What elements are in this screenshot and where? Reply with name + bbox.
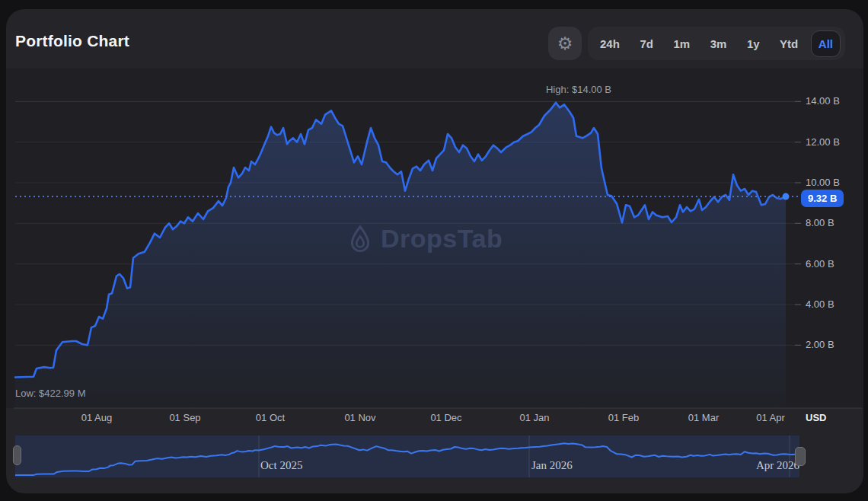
page-title: Portfolio Chart — [15, 32, 129, 50]
minimap-left-handle[interactable] — [13, 445, 21, 465]
x-axis-label-01-jan: 01 Jan — [504, 412, 565, 423]
area-fill — [15, 103, 786, 408]
minimap-label-oct-2025: Oct 2025 — [260, 459, 302, 472]
x-axis-label-01-mar: 01 Mar — [673, 412, 734, 423]
y-axis-label-8b: 8.00 B — [806, 217, 859, 228]
portfolio-chart-page: Portfolio Chart ⚙ 24h7d1m3m1yYtdAll High… — [0, 0, 868, 501]
y-axis-label-10b: 10.00 B — [806, 177, 859, 188]
portfolio-line-chart[interactable] — [0, 0, 868, 501]
minimap-label-apr-2026: Apr 2026 — [739, 459, 799, 472]
range-button-1y[interactable]: 1y — [739, 30, 767, 57]
y-axis-label-6b: 6.00 B — [806, 258, 859, 270]
x-axis-label-01-sep: 01 Sep — [155, 412, 215, 423]
low-annotation: Low: $422.99 M — [15, 388, 86, 399]
x-axis-label-01-nov: 01 Nov — [330, 412, 391, 423]
y-axis-label-12b: 12.00 B — [806, 136, 859, 148]
range-button-1m[interactable]: 1m — [665, 30, 697, 57]
y-axis-label-4b: 4.00 B — [806, 298, 859, 310]
x-axis-label-01-dec: 01 Dec — [416, 412, 477, 423]
x-axis-label-01-apr: 01 Apr — [740, 412, 801, 423]
time-range-selector: 24h7d1m3m1yYtdAll — [588, 27, 845, 60]
range-button-ytd[interactable]: Ytd — [772, 30, 806, 57]
last-point-marker — [783, 193, 790, 200]
range-button-all[interactable]: All — [811, 30, 841, 57]
chart-settings-button[interactable]: ⚙ — [548, 27, 582, 60]
minimap-label-jan-2026: Jan 2026 — [531, 459, 573, 472]
y-axis-label-14b: 14.00 B — [806, 95, 859, 107]
currency-label: USD — [806, 412, 826, 423]
current-value-badge: 9.32 B — [801, 190, 844, 207]
range-button-7d[interactable]: 7d — [632, 30, 661, 57]
range-button-24h[interactable]: 24h — [592, 30, 627, 57]
range-button-3m[interactable]: 3m — [703, 30, 735, 57]
y-axis-label-2b: 2.00 B — [806, 339, 859, 350]
gear-icon: ⚙ — [557, 35, 573, 53]
x-axis-label-01-aug: 01 Aug — [66, 412, 127, 423]
x-axis-label-01-oct: 01 Oct — [240, 412, 301, 423]
high-annotation: High: $14.00 B — [525, 84, 632, 95]
minimap-right-handle[interactable] — [795, 447, 806, 466]
x-axis-label-01-feb: 01 Feb — [593, 412, 654, 423]
